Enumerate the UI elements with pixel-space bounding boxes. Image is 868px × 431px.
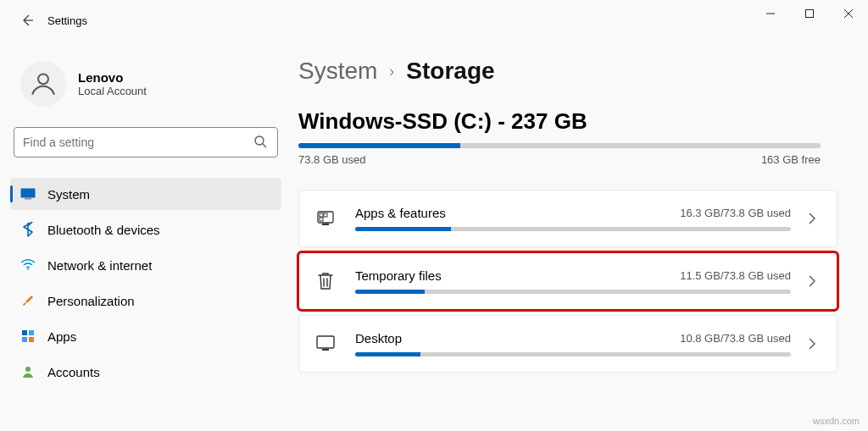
svg-rect-1 <box>806 10 814 18</box>
accounts-icon <box>20 364 36 379</box>
user-sub: Local Account <box>78 85 147 97</box>
svg-rect-21 <box>322 349 329 351</box>
watermark: wsxdn.com <box>813 416 860 426</box>
svg-rect-16 <box>320 213 323 217</box>
storage-card-temporary-files[interactable]: Temporary files11.5 GB/73.8 GB used <box>298 252 837 310</box>
bluetooth-icon <box>20 222 36 237</box>
card-bar <box>355 227 791 231</box>
card-size: 16.3 GB/73.8 GB used <box>680 207 791 219</box>
apps-icon <box>20 329 36 344</box>
titlebar: Settings <box>0 0 868 41</box>
sidebar-item-accounts[interactable]: Accounts <box>10 356 281 388</box>
sidebar-item-label: System <box>47 187 90 202</box>
chevron-right-icon <box>803 213 821 224</box>
sidebar-item-label: Personalization <box>47 294 135 308</box>
svg-rect-10 <box>22 330 27 335</box>
card-title: Apps & features <box>355 206 446 220</box>
breadcrumb-parent[interactable]: System <box>298 58 377 85</box>
card-title: Desktop <box>355 331 402 345</box>
svg-point-9 <box>27 268 29 270</box>
search-box[interactable] <box>14 127 278 157</box>
sidebar-item-personalization[interactable]: Personalization <box>10 285 281 317</box>
drive-usage-labels: 73.8 GB used 163 GB free <box>298 153 821 166</box>
system-icon <box>20 186 36 202</box>
svg-rect-11 <box>29 330 34 335</box>
maximize-button[interactable] <box>790 0 829 27</box>
svg-point-14 <box>25 367 31 372</box>
storage-categories: Apps & features16.3 GB/73.8 GB usedTempo… <box>298 190 837 373</box>
breadcrumb: System › Storage <box>298 58 848 85</box>
svg-rect-18 <box>324 213 327 217</box>
card-bar <box>355 290 791 294</box>
minimize-button[interactable] <box>751 0 790 27</box>
sidebar-item-network[interactable]: Network & internet <box>10 249 281 281</box>
drive-used-label: 73.8 GB used <box>298 153 366 166</box>
sidebar-item-bluetooth[interactable]: Bluetooth & devices <box>10 213 281 246</box>
sidebar-item-system[interactable]: System <box>10 178 281 210</box>
back-button[interactable] <box>14 7 41 34</box>
card-size: 11.5 GB/73.8 GB used <box>680 269 791 282</box>
storage-card-desktop[interactable]: Desktop10.8 GB/73.8 GB used <box>298 315 837 373</box>
card-title: Temporary files <box>355 268 442 283</box>
svg-point-5 <box>255 136 264 145</box>
user-block[interactable]: Lenovo Local Account <box>10 54 281 124</box>
drive-free-label: 163 GB free <box>761 153 821 166</box>
drive-usage-bar <box>298 143 821 148</box>
svg-rect-13 <box>29 337 34 342</box>
chevron-right-icon: › <box>389 63 394 80</box>
sidebar-item-label: Apps <box>47 329 76 344</box>
chevron-right-icon <box>803 338 821 350</box>
drive-usage-fill <box>298 143 460 148</box>
window-controls <box>751 0 868 27</box>
window-title: Settings <box>47 14 87 27</box>
avatar <box>20 61 66 107</box>
desktop-icon <box>314 333 337 355</box>
svg-line-6 <box>263 144 266 147</box>
svg-rect-17 <box>320 218 323 221</box>
svg-rect-20 <box>317 336 334 348</box>
svg-point-4 <box>38 74 48 84</box>
apps-grid-icon <box>314 207 337 229</box>
storage-card-apps-features[interactable]: Apps & features16.3 GB/73.8 GB used <box>298 190 837 247</box>
chevron-right-icon <box>803 275 821 287</box>
svg-rect-12 <box>22 337 27 342</box>
sidebar-item-label: Network & internet <box>47 258 152 273</box>
brush-icon <box>20 293 36 308</box>
wifi-icon <box>20 257 36 273</box>
card-bar <box>355 352 791 356</box>
drive-title: Windows-SSD (C:) - 237 GB <box>298 108 848 135</box>
svg-rect-19 <box>322 224 329 225</box>
breadcrumb-current: Storage <box>406 58 494 85</box>
user-name: Lenovo <box>78 70 147 85</box>
sidebar-item-apps[interactable]: Apps <box>10 320 281 352</box>
close-button[interactable] <box>829 0 868 27</box>
search-input[interactable] <box>23 135 253 149</box>
trash-icon <box>314 270 337 292</box>
svg-rect-8 <box>25 198 31 200</box>
search-icon <box>253 135 269 150</box>
sidebar-item-label: Bluetooth & devices <box>47 223 160 237</box>
svg-rect-7 <box>21 189 36 198</box>
sidebar: Lenovo Local Account System Bluetooth & … <box>0 41 292 431</box>
main-panel: System › Storage Windows-SSD (C:) - 237 … <box>292 41 868 431</box>
sidebar-item-label: Accounts <box>47 365 100 379</box>
card-size: 10.8 GB/73.8 GB used <box>680 332 791 345</box>
